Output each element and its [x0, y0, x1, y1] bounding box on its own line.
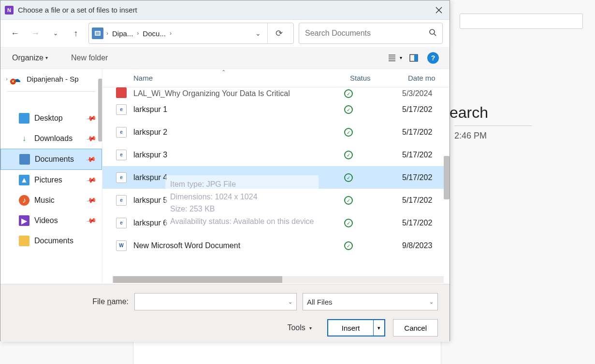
chevron-right-icon[interactable]: ›: [137, 30, 139, 37]
chevron-down-icon: ▾: [45, 55, 48, 60]
button-row: Tools ▾ Insert ▾ Cancel: [12, 319, 438, 336]
filename-combobox[interactable]: ⌄: [134, 293, 297, 310]
file-name: larkspur 6: [133, 219, 344, 227]
file-icon: [116, 150, 127, 160]
up-button[interactable]: ↑: [68, 26, 84, 41]
column-header-status[interactable]: Status: [350, 74, 408, 82]
view-options-button[interactable]: ▾: [387, 50, 402, 66]
file-name: larkspur 5: [133, 196, 344, 205]
desktop-icon: [19, 113, 29, 124]
folder-icon: [19, 236, 29, 246]
file-row[interactable]: LAL_Wi_Why Organizing Your Data Is Criti…: [102, 87, 444, 98]
documents-icon: [19, 154, 30, 165]
file-icon: [116, 218, 127, 228]
sidebar-scrollbar[interactable]: [98, 79, 102, 141]
sidebar-item-desktop[interactable]: Desktop 📌: [0, 108, 102, 128]
file-icon: [116, 127, 127, 138]
available-icon: ✓: [344, 241, 353, 250]
pin-icon[interactable]: 📌: [86, 215, 97, 226]
svg-point-8: [430, 29, 435, 34]
file-row[interactable]: larkspur 1 ✓ 5/17/202: [102, 98, 444, 121]
column-header-date[interactable]: Date mo: [408, 74, 450, 82]
pin-icon[interactable]: 📌: [86, 175, 97, 186]
search-box[interactable]: [299, 23, 443, 44]
sidebar-item-downloads[interactable]: ↓ Downloads 📌: [0, 128, 102, 149]
breadcrumb-item[interactable]: Docu...: [140, 28, 169, 39]
file-row[interactable]: larkspur 6 ✓ 5/17/202: [102, 211, 444, 234]
file-row[interactable]: larkspur 5 ✓ 5/17/202: [102, 189, 444, 211]
pin-icon[interactable]: 📌: [85, 154, 96, 165]
available-icon: ✓: [344, 105, 353, 114]
pin-icon[interactable]: 📌: [86, 133, 97, 144]
new-folder-button[interactable]: New folder: [68, 52, 111, 64]
sidebar-item-documents[interactable]: Documents 📌: [0, 149, 102, 170]
filename-label: File name:: [92, 297, 129, 306]
sidebar-item-documents-folder[interactable]: Documents: [0, 231, 102, 251]
svg-text:N: N: [7, 7, 11, 13]
file-status: ✓: [344, 127, 402, 137]
file-status: ✓: [344, 173, 402, 182]
pin-icon[interactable]: 📌: [86, 113, 97, 124]
bg-search-field[interactable]: [460, 14, 583, 29]
forward-button[interactable]: →: [28, 26, 43, 41]
file-date: 5/3/2024: [402, 89, 444, 98]
expand-icon[interactable]: ›: [3, 76, 10, 82]
preview-pane-button[interactable]: [406, 50, 421, 66]
refresh-button[interactable]: ⟳: [267, 23, 290, 43]
file-date: 5/17/202: [402, 105, 444, 114]
navigation-sidebar: › ☁✕ Dipanjenah - Sp Desktop 📌 ↓ Downloa…: [0, 69, 102, 284]
bg-heading-fragment: earch: [450, 104, 488, 122]
filetype-combobox[interactable]: All Files ⌄: [303, 293, 438, 310]
content-area: › ☁✕ Dipanjenah - Sp Desktop 📌 ↓ Downloa…: [0, 69, 450, 284]
pin-icon[interactable]: 📌: [86, 195, 97, 206]
sidebar-item-videos[interactable]: ▶ Videos 📌: [0, 210, 102, 231]
back-button[interactable]: ←: [7, 26, 23, 41]
insert-split-button[interactable]: ▾: [373, 320, 384, 336]
horizontal-scrollbar-thumb[interactable]: [113, 276, 282, 283]
sidebar-item-music[interactable]: ♪ Music 📌: [0, 190, 102, 210]
address-history-button[interactable]: ⌄: [250, 29, 266, 37]
chevron-right-icon[interactable]: ›: [106, 30, 108, 37]
insert-button[interactable]: Insert ▾: [327, 319, 386, 336]
file-row[interactable]: larkspur 3 ✓ 5/17/202: [102, 143, 444, 166]
chevron-down-icon: ▾: [309, 325, 312, 331]
help-button[interactable]: ?: [425, 50, 441, 66]
vertical-scrollbar[interactable]: [444, 156, 450, 199]
insert-label: Insert: [328, 324, 374, 332]
chevron-right-icon[interactable]: ›: [170, 30, 172, 37]
search-icon[interactable]: [429, 28, 436, 38]
file-row[interactable]: larkspur 2 ✓ 5/17/202: [102, 121, 444, 143]
file-status: ✓: [344, 241, 402, 251]
column-header-name[interactable]: Name ⌃: [125, 74, 350, 82]
chevron-down-icon: ⌄: [288, 299, 292, 305]
recent-locations-button[interactable]: ⌄: [48, 26, 63, 41]
available-icon: ✓: [344, 173, 353, 182]
breadcrumb-item[interactable]: Dipa...: [109, 28, 136, 39]
chevron-down-icon: ⌄: [429, 299, 434, 305]
pictures-icon: ▲: [19, 175, 29, 185]
file-status: ✓: [344, 218, 402, 228]
close-button[interactable]: [428, 0, 450, 20]
sidebar-item-label: Videos: [34, 216, 58, 225]
file-name: larkspur 4: [133, 173, 344, 182]
cancel-button[interactable]: Cancel: [393, 319, 438, 336]
list-view-icon: [387, 53, 397, 63]
sidebar-item-onedrive[interactable]: › ☁✕ Dipanjenah - Sp: [0, 72, 102, 85]
file-name: larkspur 1: [133, 105, 344, 114]
chevron-down-icon: ▾: [400, 55, 402, 60]
file-date: 5/17/202: [402, 151, 444, 159]
file-row[interactable]: W New Microsoft Word Document ✓ 9/8/2023: [102, 234, 444, 257]
dialog-title: Choose a file or a set of files to inser…: [18, 6, 428, 14]
file-row[interactable]: larkspur 4 ✓ 5/17/202: [102, 166, 444, 189]
search-input[interactable]: [305, 29, 429, 38]
sort-indicator-icon: ⌃: [221, 69, 226, 75]
file-date: 9/8/2023: [402, 241, 444, 250]
address-bar[interactable]: › Dipa... › Docu... › ⌄ ⟳: [88, 23, 294, 44]
svg-line-9: [434, 34, 436, 36]
file-status: ✓: [344, 150, 402, 160]
tools-button[interactable]: Tools ▾: [287, 323, 311, 332]
music-icon: ♪: [19, 195, 29, 206]
sidebar-item-pictures[interactable]: ▲ Pictures 📌: [0, 170, 102, 190]
organize-button[interactable]: Organize ▾: [9, 52, 51, 64]
svg-rect-15: [414, 55, 418, 61]
